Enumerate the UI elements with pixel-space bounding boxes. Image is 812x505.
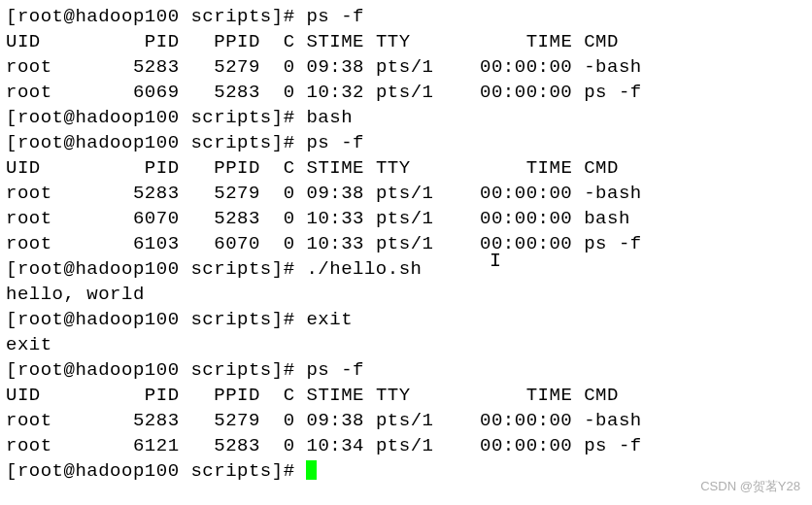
ps-row: root 6069 5283 0 10:32 pts/1 00:00:00 ps…	[6, 82, 642, 103]
prompt-line: [root@hadoop100 scripts]# bash	[6, 107, 353, 128]
prompt-line: [root@hadoop100 scripts]# exit	[6, 309, 353, 330]
ps-row: root 5283 5279 0 09:38 pts/1 00:00:00 -b…	[6, 410, 642, 431]
watermark: CSDN @贺茗Y28	[700, 474, 800, 499]
ps-header: UID PID PPID C STIME TTY TIME CMD	[6, 157, 619, 179]
prompt-line: [root@hadoop100 scripts]# ps -f	[6, 6, 364, 27]
terminal-output[interactable]: [root@hadoop100 scripts]# ps -f UID PID …	[6, 4, 806, 484]
ps-header: UID PID PPID C STIME TTY TIME CMD	[6, 31, 619, 52]
ps-row: root 6070 5283 0 10:33 pts/1 00:00:00 ba…	[6, 208, 630, 229]
ps-row: root 6121 5283 0 10:34 pts/1 00:00:00 ps…	[6, 435, 642, 456]
cursor-icon	[306, 460, 317, 480]
ps-row: root 5283 5279 0 09:38 pts/1 00:00:00 -b…	[6, 56, 642, 78]
ps-row: root 5283 5279 0 09:38 pts/1 00:00:00 -b…	[6, 183, 642, 204]
output-line: exit	[6, 334, 52, 355]
prompt-line: [root@hadoop100 scripts]# ps -f	[6, 132, 364, 153]
output-line: hello, world	[6, 284, 145, 305]
prompt-line: [root@hadoop100 scripts]#	[6, 460, 317, 482]
prompt-line: [root@hadoop100 scripts]# ./hello.sh	[6, 258, 422, 280]
ps-row: root 6103 6070 0 10:33 pts/1 00:00:00 ps…	[6, 233, 642, 254]
ps-header: UID PID PPID C STIME TTY TIME CMD	[6, 385, 619, 406]
prompt-line: [root@hadoop100 scripts]# ps -f	[6, 359, 364, 381]
